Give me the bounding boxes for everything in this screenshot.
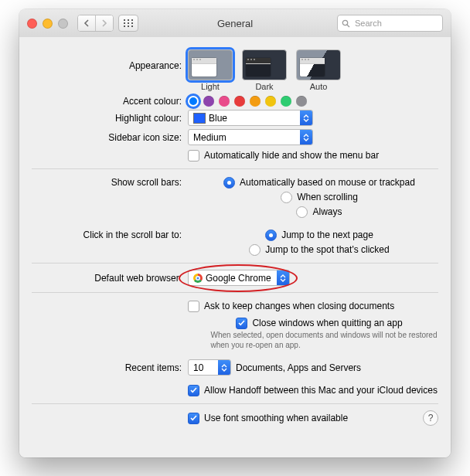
accent-color-dot[interactable] [188, 96, 199, 107]
handoff-checkbox[interactable]: Allow Handoff between this Mac and your … [188, 383, 438, 397]
default-browser-select[interactable]: Google Chrome [188, 270, 290, 286]
font-smoothing-checkbox[interactable]: Use font smoothing when available [188, 411, 348, 425]
appearance-label: Appearance: [19, 49, 188, 71]
radio-icon [265, 230, 277, 241]
appearance-option-auto[interactable]: Auto [296, 49, 341, 91]
appearance-options: Light Dark Auto [188, 49, 341, 91]
accent-color-dot[interactable] [203, 96, 214, 107]
recent-items-select[interactable]: 10 [188, 359, 231, 376]
highlight-swatch-icon [193, 113, 206, 124]
accent-color-dot[interactable] [265, 96, 276, 107]
sidebar-size-select[interactable]: Medium [188, 129, 313, 145]
help-button[interactable]: ? [423, 410, 438, 426]
scrollbars-option-always[interactable]: Always [296, 205, 342, 219]
accent-label: Accent colour: [19, 96, 188, 107]
accent-color-dot[interactable] [296, 96, 307, 107]
prefs-body: Appearance: Light Dark Auto Accent colou… [19, 37, 451, 457]
autohide-menubar-label: Automatically hide and show the menu bar [204, 150, 379, 161]
scrollclick-option-next-page[interactable]: Jump to the next page [265, 228, 373, 242]
scrollclick-option-spot[interactable]: Jump to the spot that's clicked [249, 243, 389, 257]
close-windows-quit-checkbox[interactable]: Close windows when quitting an app [236, 316, 402, 330]
recent-items-suffix: Documents, Apps and Servers [236, 362, 361, 373]
scrollbars-option-when-scrolling[interactable]: When scrolling [281, 190, 358, 204]
default-browser-value: Google Chrome [206, 273, 271, 284]
scrollclick-label: Click in the scroll bar to: [19, 228, 188, 240]
radio-icon [223, 177, 235, 189]
highlight-value: Blue [209, 113, 227, 124]
radio-icon [249, 244, 261, 256]
scrollbars-option-auto[interactable]: Automatically based on mouse or trackpad [223, 175, 415, 189]
stepper-icon [218, 360, 230, 375]
sidebar-size-label: Sidebar icon size: [19, 132, 188, 143]
ask-keep-changes-checkbox[interactable]: Ask to keep changes when closing documen… [188, 299, 394, 313]
sidebar-size-value: Medium [189, 132, 300, 143]
appearance-option-light[interactable]: Light [188, 49, 233, 91]
window-title: General [19, 18, 451, 29]
stepper-icon [277, 270, 289, 285]
close-windows-quit-hint: When selected, open documents and window… [196, 331, 443, 350]
stepper-icon [300, 130, 312, 144]
highlight-label: Highlight colour: [19, 113, 188, 124]
scrollclick-options: Jump to the next page Jump to the spot t… [188, 228, 451, 257]
appearance-caption: Auto [296, 82, 341, 91]
accent-color-dot[interactable] [281, 96, 291, 107]
scrollbars-options: Automatically based on mouse or trackpad… [188, 175, 451, 219]
radio-icon [296, 206, 308, 218]
accent-color-dot[interactable] [234, 96, 245, 107]
appearance-caption: Light [188, 82, 233, 91]
autohide-menubar-checkbox[interactable]: Automatically hide and show the menu bar [188, 148, 379, 162]
general-preferences-window: General Appearance: Light Dark Auto [19, 9, 451, 457]
accent-color-dot[interactable] [250, 96, 261, 107]
stepper-icon [300, 110, 312, 125]
appearance-caption: Dark [242, 82, 287, 91]
radio-icon [281, 192, 292, 203]
recent-items-label: Recent items: [19, 362, 188, 373]
accent-colors [188, 96, 307, 107]
highlight-select[interactable]: Blue [188, 110, 313, 126]
checkbox-icon [188, 150, 199, 162]
accent-color-dot[interactable] [219, 96, 230, 107]
scrollbars-label: Show scroll bars: [19, 175, 188, 188]
default-browser-label: Default web browser: [19, 273, 188, 284]
appearance-option-dark[interactable]: Dark [242, 49, 287, 91]
titlebar: General [19, 9, 451, 38]
chrome-icon [193, 274, 203, 283]
